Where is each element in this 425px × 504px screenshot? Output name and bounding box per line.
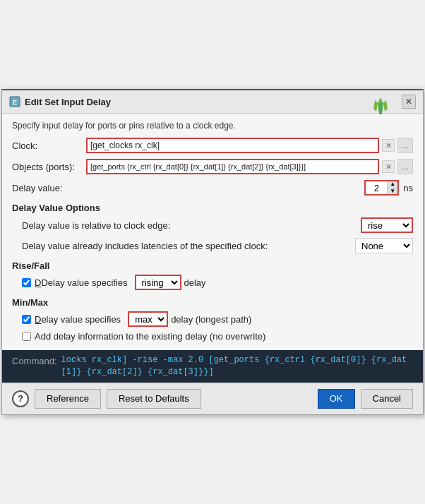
clock-row: Clock: ✕ …	[12, 138, 413, 153]
objects-input[interactable]	[86, 159, 379, 174]
rise-fall-row: DDelay value specifies rising falling de…	[12, 275, 413, 290]
command-text: locks rx_clk] -rise -max 2.0 [get_ports …	[61, 354, 413, 378]
delay-options-title: Delay Value Options	[12, 203, 413, 213]
svg-marker-5	[383, 100, 388, 112]
spinner-buttons: ▲ ▼	[387, 181, 397, 194]
objects-browse-button[interactable]: …	[397, 159, 413, 174]
min-max-row: Delay value specifies max min delay (lon…	[12, 311, 413, 327]
footer: ? Reference Reset to Defaults OK Cancel	[2, 383, 423, 414]
delay-value-input[interactable]	[366, 181, 387, 194]
min-max-checkbox-label: Delay value specifies	[35, 314, 121, 325]
rise-fall-title: Rise/Fall	[12, 260, 413, 271]
latency-label: Delay value already includes latencies o…	[22, 241, 355, 251]
delay-spinner: ▲ ▼	[364, 180, 399, 196]
command-label: Command:	[12, 354, 57, 366]
add-delay-checkbox[interactable]	[22, 332, 31, 341]
ok-button[interactable]: OK	[318, 389, 355, 409]
clock-browse-button[interactable]: …	[397, 138, 413, 153]
rise-fall-select[interactable]: rising falling	[136, 276, 180, 289]
latency-select[interactable]: None source network both	[356, 239, 412, 253]
clock-clear-button[interactable]: ✕	[382, 139, 395, 152]
dialog-icon: E	[9, 96, 20, 107]
app-logo	[369, 96, 392, 121]
title-bar: E Edit Set Input Delay ✕	[2, 90, 423, 114]
clock-input[interactable]	[86, 138, 379, 153]
delay-label: Delay value:	[12, 183, 86, 193]
close-button[interactable]: ✕	[402, 95, 416, 109]
min-max-select[interactable]: max min	[129, 313, 167, 325]
dialog-body: Specify input delay for ports or pins re…	[2, 114, 423, 383]
min-max-after-label: delay (longest path)	[171, 314, 251, 325]
rise-fall-checkbox-label: DDelay value specifies	[35, 277, 128, 288]
clock-edge-dropdown-wrap: rise fall	[361, 217, 413, 233]
delay-row: Delay value: ▲ ▼ ns	[12, 180, 413, 196]
clock-input-wrap: ✕ …	[86, 138, 413, 153]
latency-row: Delay value already includes latencies o…	[22, 238, 413, 253]
objects-label: Objects (ports):	[12, 162, 86, 172]
add-delay-row: Add delay information to the existing de…	[12, 331, 413, 342]
svg-text:E: E	[13, 99, 17, 106]
clock-edge-select[interactable]: rise fall	[362, 219, 412, 232]
cancel-button[interactable]: Cancel	[361, 389, 413, 409]
objects-row: Objects (ports): ✕ …	[12, 159, 413, 174]
description-text: Specify input delay for ports or pins re…	[12, 121, 413, 131]
clock-label: Clock:	[12, 140, 86, 151]
delay-options-section: Delay value is relative to clock edge: r…	[12, 217, 413, 253]
dialog: E Edit Set Input Delay ✕ Specify input d…	[1, 89, 424, 415]
command-area: Command: locks rx_clk] -rise -max 2.0 [g…	[2, 350, 423, 383]
min-max-title: Min/Max	[12, 297, 413, 308]
delay-unit-label: ns	[403, 183, 413, 193]
min-max-dropdown-wrap: max min	[128, 311, 168, 327]
reference-button[interactable]: Reference	[35, 389, 101, 409]
rise-fall-dropdown-wrap: rising falling	[135, 275, 181, 290]
clock-edge-label: Delay value is relative to clock edge:	[22, 220, 361, 231]
add-delay-label: Add delay information to the existing de…	[35, 331, 265, 342]
latency-dropdown-wrap: None source network both	[355, 238, 413, 253]
objects-input-wrap: ✕ …	[86, 159, 413, 174]
delay-input-wrap: ▲ ▼ ns	[86, 180, 413, 196]
spinner-down-button[interactable]: ▼	[388, 188, 397, 195]
svg-marker-3	[378, 102, 383, 114]
help-button[interactable]: ?	[12, 390, 29, 407]
rise-fall-checkbox[interactable]	[22, 278, 31, 287]
objects-clear-button[interactable]: ✕	[382, 160, 395, 173]
rise-fall-after-label: delay	[184, 277, 206, 288]
title-bar-left: E Edit Set Input Delay	[9, 96, 111, 107]
min-max-checkbox[interactable]	[22, 315, 31, 324]
dialog-title: Edit Set Input Delay	[25, 97, 111, 107]
clock-edge-row: Delay value is relative to clock edge: r…	[22, 217, 413, 233]
reset-button[interactable]: Reset to Defaults	[107, 389, 201, 409]
svg-marker-4	[373, 100, 378, 112]
